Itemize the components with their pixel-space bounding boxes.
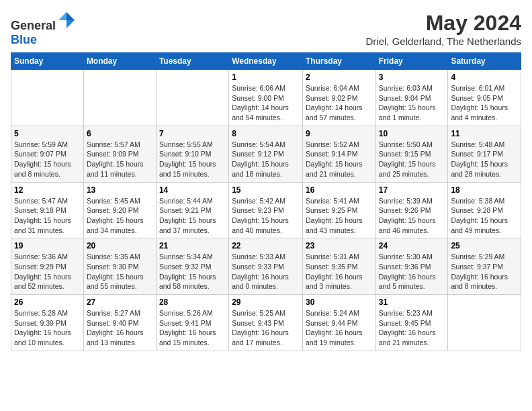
day-number: 22: [232, 241, 300, 250]
svg-marker-2: [58, 12, 66, 20]
calendar-cell: 20Sunrise: 5:35 AM Sunset: 9:30 PM Dayli…: [83, 238, 156, 295]
day-number: 6: [87, 129, 153, 138]
day-info: Sunrise: 5:35 AM Sunset: 9:30 PM Dayligh…: [87, 252, 153, 291]
day-number: 26: [14, 298, 81, 307]
calendar-cell: 6Sunrise: 5:57 AM Sunset: 9:09 PM Daylig…: [83, 126, 156, 182]
day-info: Sunrise: 5:34 AM Sunset: 9:32 PM Dayligh…: [159, 252, 226, 291]
calendar-cell: 27Sunrise: 5:27 AM Sunset: 9:40 PM Dayli…: [83, 295, 156, 351]
day-number: 13: [87, 185, 153, 195]
calendar-cell: 16Sunrise: 5:41 AM Sunset: 9:25 PM Dayli…: [302, 182, 375, 238]
calendar-week-row: 5Sunrise: 5:59 AM Sunset: 9:07 PM Daylig…: [11, 126, 521, 182]
day-number: 1: [232, 73, 300, 82]
weekday-header: Saturday: [448, 53, 521, 70]
calendar-cell: 23Sunrise: 5:31 AM Sunset: 9:35 PM Dayli…: [302, 238, 375, 295]
day-number: 31: [379, 298, 445, 307]
day-info: Sunrise: 6:01 AM Sunset: 9:05 PM Dayligh…: [451, 83, 518, 123]
svg-marker-1: [66, 20, 75, 28]
calendar-cell: 30Sunrise: 5:24 AM Sunset: 9:44 PM Dayli…: [302, 295, 375, 351]
day-number: 24: [379, 241, 445, 250]
calendar-cell: 12Sunrise: 5:47 AM Sunset: 9:18 PM Dayli…: [11, 182, 84, 238]
day-info: Sunrise: 5:44 AM Sunset: 9:21 PM Dayligh…: [159, 196, 226, 236]
calendar-cell: 9Sunrise: 5:52 AM Sunset: 9:14 PM Daylig…: [302, 126, 375, 182]
logo-blue: Blue: [11, 33, 37, 46]
day-info: Sunrise: 5:28 AM Sunset: 9:39 PM Dayligh…: [14, 308, 81, 348]
calendar-cell: [83, 70, 156, 126]
day-number: 3: [379, 73, 445, 82]
day-number: 5: [14, 129, 81, 138]
calendar-cell: 3Sunrise: 6:03 AM Sunset: 9:04 PM Daylig…: [375, 70, 448, 126]
calendar-cell: [156, 70, 228, 126]
day-info: Sunrise: 5:39 AM Sunset: 9:26 PM Dayligh…: [379, 196, 445, 236]
day-info: Sunrise: 5:31 AM Sunset: 9:35 PM Dayligh…: [306, 252, 373, 291]
logo: General Blue: [11, 11, 76, 47]
day-number: 16: [306, 185, 373, 195]
day-info: Sunrise: 5:33 AM Sunset: 9:33 PM Dayligh…: [232, 252, 300, 291]
calendar-cell: 5Sunrise: 5:59 AM Sunset: 9:07 PM Daylig…: [11, 126, 84, 182]
calendar-cell: 10Sunrise: 5:50 AM Sunset: 9:15 PM Dayli…: [375, 126, 448, 182]
logo-text: General Blue: [11, 11, 76, 47]
day-info: Sunrise: 5:24 AM Sunset: 9:44 PM Dayligh…: [306, 308, 373, 348]
calendar-cell: 26Sunrise: 5:28 AM Sunset: 9:39 PM Dayli…: [11, 295, 84, 351]
calendar-cell: 2Sunrise: 6:04 AM Sunset: 9:02 PM Daylig…: [302, 70, 375, 126]
weekday-header-row: SundayMondayTuesdayWednesdayThursdayFrid…: [11, 53, 521, 70]
page-header: General Blue May 2024 Driel, Gelderland,…: [11, 11, 521, 47]
weekday-header: Friday: [375, 53, 448, 70]
calendar-week-row: 1Sunrise: 6:06 AM Sunset: 9:00 PM Daylig…: [11, 70, 521, 126]
calendar-week-row: 12Sunrise: 5:47 AM Sunset: 9:18 PM Dayli…: [11, 182, 521, 238]
day-info: Sunrise: 5:38 AM Sunset: 9:28 PM Dayligh…: [451, 196, 518, 236]
calendar-cell: 1Sunrise: 6:06 AM Sunset: 9:00 PM Daylig…: [229, 70, 303, 126]
day-info: Sunrise: 5:23 AM Sunset: 9:45 PM Dayligh…: [379, 308, 445, 348]
day-number: 27: [87, 298, 153, 307]
day-number: 4: [451, 73, 518, 82]
day-number: 2: [306, 73, 373, 82]
day-info: Sunrise: 5:29 AM Sunset: 9:37 PM Dayligh…: [451, 252, 518, 291]
calendar-cell: 19Sunrise: 5:36 AM Sunset: 9:29 PM Dayli…: [11, 238, 84, 295]
calendar-cell: 22Sunrise: 5:33 AM Sunset: 9:33 PM Dayli…: [229, 238, 303, 295]
calendar-cell: 25Sunrise: 5:29 AM Sunset: 9:37 PM Dayli…: [448, 238, 521, 295]
day-info: Sunrise: 5:54 AM Sunset: 9:12 PM Dayligh…: [232, 140, 300, 179]
calendar-cell: 4Sunrise: 6:01 AM Sunset: 9:05 PM Daylig…: [448, 70, 521, 126]
day-number: 23: [306, 241, 373, 250]
day-number: 25: [451, 241, 518, 250]
day-info: Sunrise: 5:27 AM Sunset: 9:40 PM Dayligh…: [87, 308, 153, 348]
day-number: 14: [159, 185, 226, 195]
calendar-cell: 28Sunrise: 5:26 AM Sunset: 9:41 PM Dayli…: [156, 295, 228, 351]
day-info: Sunrise: 5:45 AM Sunset: 9:20 PM Dayligh…: [87, 196, 153, 236]
logo-general: General: [11, 19, 56, 32]
month-title: May 2024: [365, 11, 521, 36]
day-number: 10: [379, 129, 445, 138]
weekday-header: Wednesday: [229, 53, 303, 70]
day-info: Sunrise: 5:57 AM Sunset: 9:09 PM Dayligh…: [87, 140, 153, 179]
calendar-cell: 14Sunrise: 5:44 AM Sunset: 9:21 PM Dayli…: [156, 182, 228, 238]
svg-marker-0: [66, 12, 75, 20]
day-info: Sunrise: 5:52 AM Sunset: 9:14 PM Dayligh…: [306, 140, 373, 179]
day-number: 8: [232, 129, 300, 138]
day-number: 15: [232, 185, 300, 195]
day-info: Sunrise: 5:36 AM Sunset: 9:29 PM Dayligh…: [14, 252, 81, 291]
day-info: Sunrise: 5:55 AM Sunset: 9:10 PM Dayligh…: [159, 140, 226, 179]
calendar-week-row: 26Sunrise: 5:28 AM Sunset: 9:39 PM Dayli…: [11, 295, 521, 351]
day-number: 17: [379, 185, 445, 195]
day-number: 21: [159, 241, 226, 250]
day-info: Sunrise: 5:41 AM Sunset: 9:25 PM Dayligh…: [306, 196, 373, 236]
day-info: Sunrise: 5:25 AM Sunset: 9:43 PM Dayligh…: [232, 308, 300, 348]
calendar-cell: 7Sunrise: 5:55 AM Sunset: 9:10 PM Daylig…: [156, 126, 228, 182]
day-info: Sunrise: 5:30 AM Sunset: 9:36 PM Dayligh…: [379, 252, 445, 291]
location-title: Driel, Gelderland, The Netherlands: [365, 36, 521, 47]
calendar-cell: 18Sunrise: 5:38 AM Sunset: 9:28 PM Dayli…: [448, 182, 521, 238]
day-info: Sunrise: 6:03 AM Sunset: 9:04 PM Dayligh…: [379, 83, 445, 123]
day-number: 29: [232, 298, 300, 307]
calendar-cell: [448, 295, 521, 351]
day-info: Sunrise: 6:06 AM Sunset: 9:00 PM Dayligh…: [232, 83, 300, 123]
calendar: SundayMondayTuesdayWednesdayThursdayFrid…: [11, 52, 521, 351]
calendar-cell: 8Sunrise: 5:54 AM Sunset: 9:12 PM Daylig…: [229, 126, 303, 182]
calendar-cell: 15Sunrise: 5:42 AM Sunset: 9:23 PM Dayli…: [229, 182, 303, 238]
day-number: 19: [14, 241, 81, 250]
calendar-cell: 29Sunrise: 5:25 AM Sunset: 9:43 PM Dayli…: [229, 295, 303, 351]
day-info: Sunrise: 5:59 AM Sunset: 9:07 PM Dayligh…: [14, 140, 81, 179]
weekday-header: Sunday: [11, 53, 84, 70]
day-number: 28: [159, 298, 226, 307]
calendar-cell: [11, 70, 84, 126]
calendar-week-row: 19Sunrise: 5:36 AM Sunset: 9:29 PM Dayli…: [11, 238, 521, 295]
day-info: Sunrise: 5:47 AM Sunset: 9:18 PM Dayligh…: [14, 196, 81, 236]
